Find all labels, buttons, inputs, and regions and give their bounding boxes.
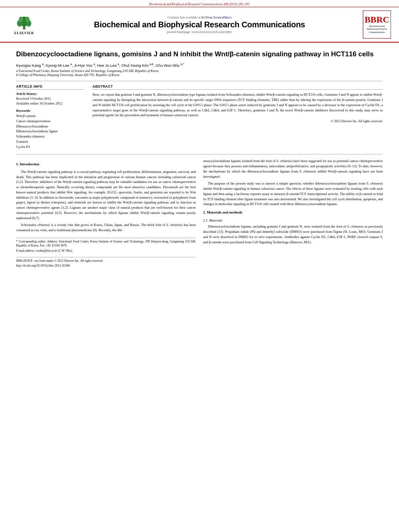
elsevier-text: ELSEVIER <box>14 31 34 35</box>
journal-homepage: journal homepage: www.elsevier.com/locat… <box>44 30 355 34</box>
affiliations: a Functional Food Center, Korea Institut… <box>16 69 383 77</box>
article-info-left: ARTICLE INFO Article history: Received 5… <box>16 84 84 149</box>
affiliation-1: a Functional Food Center, Korea Institut… <box>16 69 383 73</box>
sciverse-link: Contents lists available at SciVerse Sci… <box>44 16 355 19</box>
intro-para-1: The Wnt/β-catenin signaling pathway is a… <box>16 169 196 221</box>
article-info-section: ARTICLE INFO Article history: Received 5… <box>16 84 383 149</box>
keyword-2: Cancer chemoprevention <box>16 119 84 124</box>
keyword-5: Schisandra chinensis <box>16 134 84 139</box>
corresponding-footnote: * Corresponding author. Address: Functio… <box>16 240 196 248</box>
article-info-heading: ARTICLE INFO <box>16 84 84 90</box>
keyword-7: Cyclin D1 <box>16 144 84 150</box>
intro-heading: 1. Introduction <box>16 162 196 167</box>
copyright-line: © 2012 Elsevier Inc. All rights reserved… <box>93 119 383 123</box>
keyword-1: Wnt/β-catenin <box>16 113 84 119</box>
svg-point-5 <box>25 16 30 22</box>
materials-sub1: 2.1. Materials <box>203 218 383 223</box>
abstract-heading: ABSTRACT <box>93 84 383 90</box>
journal-header: ELSEVIER Contents lists available at Sci… <box>0 7 399 43</box>
footnotes-area: * Corresponding author. Address: Functio… <box>16 238 196 253</box>
keyword-3: Dibenzocyclooctadiene <box>16 124 84 129</box>
right-para-1: enzocyclooctadiene lignans isolated from… <box>203 158 383 179</box>
abstract-text: Here, we report that gomisin J and gomis… <box>93 92 383 118</box>
keyword-6: Gomisin <box>16 139 84 144</box>
col-left: 1. Introduction The Wnt/β-catenin signal… <box>16 158 196 270</box>
bbrc-letters: BBRC <box>364 15 389 24</box>
authors-line: Kyungsu Kang a, Kyung-Mi Lee a, Ji-Hye Y… <box>16 63 383 68</box>
main-columns: 1. Introduction The Wnt/β-catenin signal… <box>16 158 383 270</box>
svg-point-4 <box>19 16 23 22</box>
intro-para-2: Schisandra chinensis is a woody vine tha… <box>16 222 196 233</box>
materials-heading: 2. Materials and methods <box>203 210 383 216</box>
bbrc-logo-area: BBRC Biochemical andBiophysical Research… <box>359 10 391 39</box>
received-date: Received 5 October 2012 <box>16 97 84 101</box>
journal-title-area: Contents lists available at SciVerse Sci… <box>44 16 355 34</box>
bbrc-subtitle: Biochemical andBiophysical ResearchCommu… <box>367 25 387 33</box>
bbrc-logo: BBRC Biochemical andBiophysical Research… <box>363 10 391 39</box>
keywords-label: Keywords: <box>16 109 84 113</box>
keywords-list: Wnt/β-catenin Cancer chemoprevention Dib… <box>16 113 84 149</box>
article-body: Dibenzocyclooctadiene lignans, gomisins … <box>0 50 399 270</box>
sciverse-anchor[interactable]: SciVerse ScienceDirect <box>202 16 232 19</box>
body-divider <box>16 154 383 154</box>
col-right: enzocyclooctadiene lignans isolated from… <box>203 158 383 270</box>
journal-header-top: Biochemical and Biophysical Research Com… <box>0 0 399 7</box>
footer-issn: 0006-291X/$ - see front matter © 2012 El… <box>16 259 103 263</box>
keyword-4: Dibenzocyclooctadiene lignan <box>16 129 84 134</box>
history-content: Received 5 October 2012 Available online… <box>16 97 84 106</box>
page-footer: 0006-291X/$ - see front matter © 2012 El… <box>16 257 196 263</box>
article-divider <box>16 81 383 81</box>
materials-para-1: Dibenzocyclooctadiene lignans, including… <box>203 224 383 244</box>
available-date: Available online 16 October 2012 <box>16 101 84 106</box>
footer-doi: http://dx.doi.org/10.1016/j.bbrc.2012.10… <box>16 263 196 270</box>
affiliation-2: b College of Pharmacy, Hanyang Universit… <box>16 73 383 77</box>
abstract-section: ABSTRACT Here, we report that gomisin J … <box>93 84 383 149</box>
right-para-2: The purpose of the present study was to … <box>203 181 383 207</box>
history-label: Article history: <box>16 92 84 96</box>
email-footnote: E-mail address: cwnho@kist.re.kr (C.W. N… <box>16 249 196 253</box>
article-title: Dibenzocyclooctadiene lignans, gomisins … <box>16 50 383 59</box>
journal-title: Biochemical and Biophysical Research Com… <box>44 20 355 29</box>
elsevier-logo: ELSEVIER <box>8 14 40 35</box>
